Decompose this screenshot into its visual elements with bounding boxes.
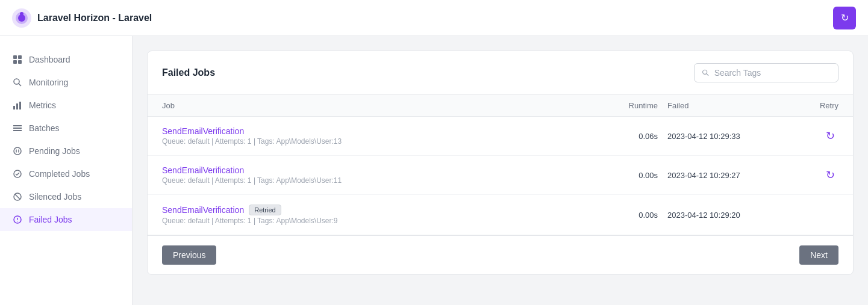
sidebar-item-batches-label: Batches: [29, 123, 60, 133]
job-cell: SendEmailVerification Retried Queue: def…: [162, 205, 585, 225]
main-layout: Dashboard Monitoring Metrics: [0, 36, 868, 305]
table-body: SendEmailVerification Queue: default | A…: [148, 117, 853, 235]
col-retry: Retry: [790, 101, 838, 110]
refresh-icon: ↻: [841, 12, 849, 23]
svg-rect-12: [19, 102, 21, 109]
sidebar-item-failed-jobs-label: Failed Jobs: [29, 215, 72, 224]
svg-rect-15: [13, 130, 22, 131]
previous-button[interactable]: Previous: [162, 245, 216, 265]
retry-cell: ↻: [790, 128, 838, 144]
col-failed: Failed: [658, 101, 790, 110]
job-meta: Queue: default | Attempts: 1 | Tags: App…: [162, 176, 585, 185]
retry-button[interactable]: ↻: [822, 167, 838, 183]
slash-icon: [12, 191, 23, 202]
svg-rect-7: [18, 60, 22, 64]
svg-line-9: [19, 84, 22, 87]
job-name[interactable]: SendEmailVerification Retried: [162, 205, 585, 215]
sidebar-item-pending-jobs[interactable]: Pending Jobs: [0, 140, 132, 162]
col-job: Job: [162, 101, 585, 110]
table-header: Job Runtime Failed Retry: [148, 95, 853, 117]
svg-point-3: [20, 12, 23, 16]
svg-rect-14: [13, 128, 22, 129]
job-runtime: 0.00s: [585, 211, 658, 220]
grid-icon: [12, 54, 23, 65]
search-icon: [702, 69, 710, 77]
sidebar-item-batches[interactable]: Batches: [0, 117, 132, 140]
sidebar-item-dashboard[interactable]: Dashboard: [0, 48, 132, 71]
job-meta: Queue: default | Attempts: 1 | Tags: App…: [162, 137, 585, 146]
svg-rect-6: [13, 60, 17, 64]
alert-circle-icon: [12, 214, 23, 225]
bar-chart-icon: [12, 100, 23, 111]
pause-circle-icon: [12, 146, 23, 156]
card-header: Failed Jobs: [148, 51, 853, 95]
sidebar-item-metrics[interactable]: Metrics: [0, 94, 132, 117]
svg-rect-4: [13, 55, 17, 59]
refresh-button[interactable]: ↻: [833, 7, 856, 29]
table-row: SendEmailVerification Queue: default | A…: [148, 156, 853, 195]
check-circle-icon: [12, 168, 23, 179]
next-button[interactable]: Next: [799, 245, 838, 265]
search-icon: [12, 77, 23, 88]
search-box[interactable]: [694, 63, 838, 82]
svg-rect-10: [13, 106, 15, 109]
job-failed-time: 2023-04-12 10:29:20: [658, 211, 790, 220]
card-title: Failed Jobs: [162, 67, 215, 78]
job-runtime: 0.00s: [585, 171, 658, 180]
search-tags-input[interactable]: [714, 68, 831, 78]
svg-line-26: [707, 73, 709, 76]
svg-point-24: [17, 221, 17, 221]
main-content: Failed Jobs Job Runtime Failed Retry: [133, 36, 868, 305]
svg-rect-13: [13, 125, 22, 126]
sidebar-item-dashboard-label: Dashboard: [29, 55, 70, 64]
sidebar-item-completed-jobs[interactable]: Completed Jobs: [0, 162, 132, 185]
retry-cell: ↻: [790, 167, 838, 183]
sidebar-item-pending-jobs-label: Pending Jobs: [29, 146, 80, 156]
job-name[interactable]: SendEmailVerification: [162, 126, 585, 136]
sidebar-item-metrics-label: Metrics: [29, 100, 56, 110]
table-row: SendEmailVerification Retried Queue: def…: [148, 195, 853, 235]
job-failed-time: 2023-04-12 10:29:33: [658, 132, 790, 141]
svg-point-16: [14, 147, 21, 155]
job-cell: SendEmailVerification Queue: default | A…: [162, 165, 585, 185]
pagination: Previous Next: [148, 235, 853, 274]
job-cell: SendEmailVerification Queue: default | A…: [162, 126, 585, 146]
header-left: Laravel Horizon - Laravel: [12, 8, 152, 28]
sidebar-item-monitoring-label: Monitoring: [29, 78, 68, 87]
sidebar-item-silenced-jobs-label: Silenced Jobs: [29, 192, 81, 202]
table-row: SendEmailVerification Queue: default | A…: [148, 117, 853, 156]
job-failed-time: 2023-04-12 10:29:27: [658, 171, 790, 180]
svg-rect-11: [16, 103, 18, 109]
logo-icon: [12, 8, 31, 28]
sidebar-item-silenced-jobs[interactable]: Silenced Jobs: [0, 185, 132, 208]
job-runtime: 0.06s: [585, 132, 658, 141]
sidebar-item-failed-jobs[interactable]: Failed Jobs: [0, 208, 132, 231]
svg-line-21: [15, 194, 20, 199]
app-title: Laravel Horizon - Laravel: [37, 13, 152, 23]
retry-button[interactable]: ↻: [822, 128, 838, 144]
sidebar-item-completed-jobs-label: Completed Jobs: [29, 169, 90, 179]
list-icon: [12, 123, 23, 134]
job-meta: Queue: default | Attempts: 1 | Tags: App…: [162, 217, 585, 225]
sidebar: Dashboard Monitoring Metrics: [0, 36, 133, 305]
svg-rect-5: [18, 55, 22, 59]
job-name[interactable]: SendEmailVerification: [162, 165, 585, 175]
failed-jobs-card: Failed Jobs Job Runtime Failed Retry: [147, 51, 854, 275]
col-runtime: Runtime: [585, 101, 658, 110]
top-header: Laravel Horizon - Laravel ↻: [0, 0, 868, 36]
sidebar-item-monitoring[interactable]: Monitoring: [0, 71, 132, 94]
retried-badge: Retried: [249, 205, 281, 215]
